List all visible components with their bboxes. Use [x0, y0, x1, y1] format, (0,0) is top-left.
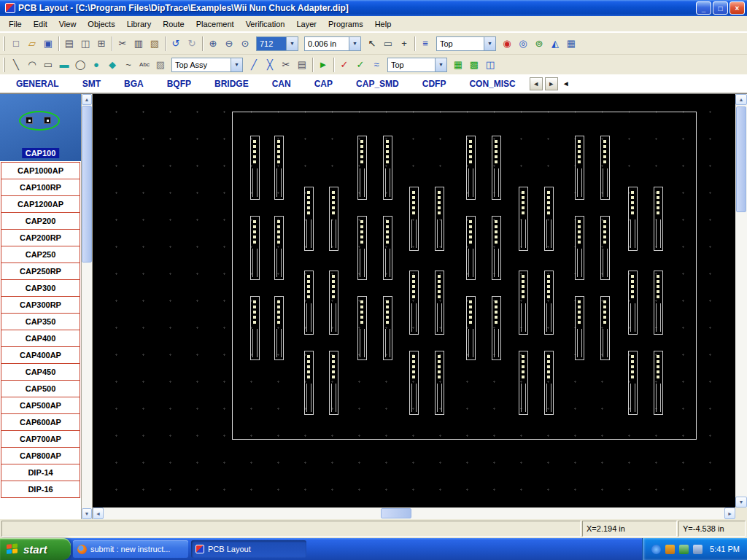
- start-button[interactable]: start: [0, 538, 71, 560]
- spline-tool-icon[interactable]: ~: [120, 57, 136, 73]
- scroll-down-icon[interactable]: ▼: [82, 508, 92, 519]
- footprint[interactable]: [628, 187, 638, 251]
- canvas-hscrollbar[interactable]: ◄ ►: [93, 508, 735, 519]
- footprint[interactable]: [575, 296, 584, 360]
- unroute-icon[interactable]: ✂: [278, 57, 294, 73]
- footprint[interactable]: [409, 271, 419, 335]
- filled-rectangle-tool-icon[interactable]: ▬: [56, 57, 72, 73]
- edit-trace-icon[interactable]: ╳: [262, 57, 278, 73]
- footprint[interactable]: [628, 271, 638, 335]
- tab-general[interactable]: GENERAL: [4, 79, 71, 89]
- component-dip-14[interactable]: DIP-14: [1, 464, 80, 481]
- grid-table-icon[interactable]: ▦: [563, 36, 579, 52]
- board-canvas[interactable]: [93, 94, 735, 508]
- run-autorouter-icon[interactable]: ►: [315, 57, 331, 73]
- menu-item-verification[interactable]: Verification: [240, 18, 291, 31]
- tab-bridge[interactable]: BRIDGE: [203, 79, 260, 89]
- footprint[interactable]: [329, 271, 338, 335]
- assy-layer-combobox[interactable]: Top Assy ▼: [171, 58, 243, 72]
- update-ratsnest-icon[interactable]: ◉: [499, 36, 515, 52]
- component-cap200rp[interactable]: CAP200RP: [1, 229, 80, 246]
- save-icon[interactable]: ▣: [40, 36, 56, 52]
- collapse-panel-icon[interactable]: ◄: [562, 79, 570, 88]
- component-cap500ap[interactable]: CAP500AP: [1, 397, 80, 414]
- minimize-button[interactable]: _: [696, 1, 711, 15]
- footprint[interactable]: [357, 216, 367, 280]
- footprint[interactable]: [274, 136, 284, 200]
- polygon-tool-icon[interactable]: ◆: [104, 57, 120, 73]
- footprint[interactable]: [600, 296, 610, 360]
- component-cap500[interactable]: CAP500: [1, 380, 80, 397]
- component-cap400[interactable]: CAP400: [1, 330, 80, 347]
- grid-combobox[interactable]: 0.006 in ▼: [304, 36, 361, 51]
- footprint[interactable]: [383, 216, 392, 280]
- chevron-down-icon[interactable]: ▼: [231, 58, 242, 71]
- component-cap350[interactable]: CAP350: [1, 313, 80, 330]
- zoom-in-icon[interactable]: ⊕: [205, 36, 221, 52]
- page-setup-icon[interactable]: ⊞: [93, 36, 109, 52]
- component-cap250rp[interactable]: CAP250RP: [1, 262, 80, 280]
- ellipse-tool-icon[interactable]: ◯: [72, 57, 88, 73]
- menu-item-objects[interactable]: Objects: [82, 18, 120, 31]
- paste-icon[interactable]: ▧: [147, 36, 163, 52]
- component-cap200[interactable]: CAP200: [1, 212, 80, 230]
- footprint[interactable]: [519, 271, 528, 335]
- footprint[interactable]: [409, 187, 419, 251]
- layers-icon[interactable]: ≡: [417, 36, 433, 52]
- component-cap300[interactable]: CAP300: [1, 279, 80, 297]
- print-preview-icon[interactable]: ◫: [77, 36, 93, 52]
- centering-icon[interactable]: ⊚: [531, 36, 547, 52]
- menu-item-library[interactable]: Library: [121, 18, 158, 31]
- footprint[interactable]: [409, 351, 419, 415]
- footprint[interactable]: [435, 351, 444, 415]
- zoom-out-icon[interactable]: ⊖: [221, 36, 237, 52]
- component-cap1000ap[interactable]: CAP1000AP: [1, 162, 80, 179]
- footprint[interactable]: [544, 187, 554, 251]
- copy-icon[interactable]: ▥: [131, 36, 147, 52]
- menu-item-edit[interactable]: Edit: [28, 18, 53, 31]
- alert-tray-icon[interactable]: [665, 545, 675, 554]
- footprint[interactable]: [383, 296, 392, 360]
- tab-cap[interactable]: CAP: [303, 79, 344, 89]
- zoom-window-icon[interactable]: ⊙: [237, 36, 253, 52]
- component-cap700ap[interactable]: CAP700AP: [1, 430, 80, 448]
- footprint[interactable]: [519, 187, 528, 251]
- layer-combobox[interactable]: Top ▼: [436, 36, 496, 51]
- footprint[interactable]: [544, 351, 554, 415]
- scroll-right-icon[interactable]: ►: [724, 508, 735, 519]
- footprint[interactable]: [274, 296, 284, 360]
- undo-icon[interactable]: ↺: [168, 36, 184, 52]
- cut-icon[interactable]: ✂: [115, 36, 131, 52]
- placement-array-icon[interactable]: ▦: [450, 57, 466, 73]
- route-layer-combobox[interactable]: Top ▼: [387, 58, 447, 72]
- footprint[interactable]: [304, 351, 314, 415]
- component-cap100rp[interactable]: CAP100RP: [1, 179, 80, 196]
- footprint[interactable]: [250, 216, 260, 280]
- swap-layer-icon[interactable]: ◫: [482, 57, 498, 73]
- select-cursor-icon[interactable]: ↖: [364, 36, 380, 52]
- footprint[interactable]: [466, 296, 476, 360]
- crosshair-icon[interactable]: +: [396, 36, 412, 52]
- footprint[interactable]: [357, 136, 367, 200]
- redo-icon[interactable]: ↻: [184, 36, 200, 52]
- erc-check-icon[interactable]: ✓: [352, 57, 368, 73]
- footprint[interactable]: [600, 136, 610, 200]
- volume-icon[interactable]: [679, 545, 689, 554]
- menu-item-view[interactable]: View: [53, 18, 82, 31]
- chevron-down-icon[interactable]: ▼: [349, 37, 360, 50]
- network-icon[interactable]: [693, 545, 703, 554]
- component-cap450[interactable]: CAP450: [1, 363, 80, 381]
- new-icon[interactable]: □: [8, 36, 24, 52]
- scroll-left-icon[interactable]: ◄: [93, 508, 104, 519]
- filled-ellipse-tool-icon[interactable]: ●: [88, 57, 104, 73]
- footprint[interactable]: [274, 216, 284, 280]
- footprint[interactable]: [329, 351, 338, 415]
- tab-con-misc[interactable]: CON_MISC: [457, 79, 527, 89]
- chevron-down-icon[interactable]: ▼: [435, 58, 446, 71]
- tab-cdfp[interactable]: CDFP: [411, 79, 458, 89]
- footprint[interactable]: [383, 136, 392, 200]
- footprint[interactable]: [492, 296, 501, 360]
- drc-check-icon[interactable]: ✓: [336, 57, 352, 73]
- footprint[interactable]: [575, 136, 584, 200]
- footprint[interactable]: [435, 187, 444, 251]
